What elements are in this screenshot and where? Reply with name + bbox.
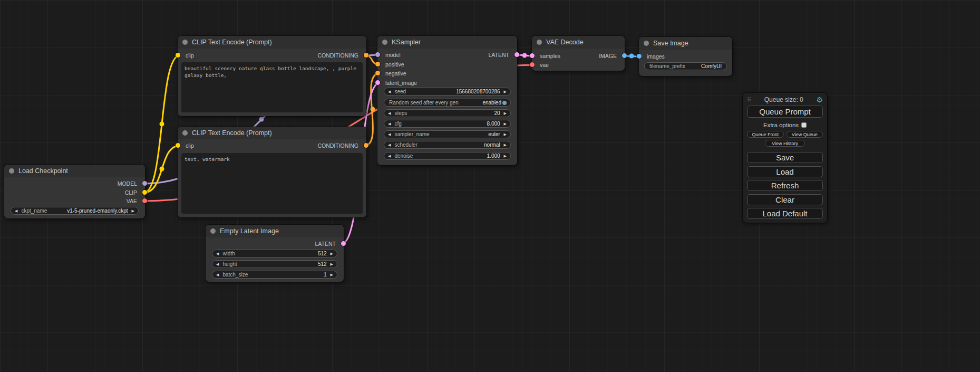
input-port-clip[interactable]: [176, 143, 180, 148]
arrow-left-icon[interactable]: ◀: [216, 250, 219, 257]
collapse-dot[interactable]: [537, 40, 542, 45]
queue-front-button[interactable]: Queue Front: [747, 131, 784, 138]
output-port-model[interactable]: [142, 181, 147, 186]
input-port-model[interactable]: [375, 52, 380, 57]
node-title: Load Checkpoint: [18, 165, 68, 177]
widget-scheduler[interactable]: ◀ scheduler normal ▶: [384, 141, 511, 149]
extra-options-checkbox[interactable]: [801, 122, 807, 128]
widget-value: 8.000: [487, 121, 500, 127]
widget-value: v1-5-pruned-emaonly.ckpt: [67, 208, 128, 214]
queue-prompt-button[interactable]: Queue Prompt: [747, 106, 823, 118]
arrow-right-icon[interactable]: ▶: [331, 250, 333, 257]
widget-cfg[interactable]: ◀ cfg 8.000 ▶: [384, 120, 511, 128]
arrow-left-icon[interactable]: ◀: [388, 109, 391, 117]
node-title-bar[interactable]: Empty Latent Image: [206, 225, 344, 237]
node-empty-latent-image: Empty Latent Image LATENT ◀ width 512 ▶ …: [206, 225, 344, 282]
arrow-left-icon[interactable]: ◀: [388, 130, 391, 138]
arrow-right-icon[interactable]: ▶: [132, 207, 134, 215]
widget-denoise[interactable]: ◀ denoise 1.000 ▶: [384, 152, 511, 160]
node-title-bar[interactable]: CLIP Text Encode (Prompt): [178, 127, 366, 139]
widget-ckpt-name[interactable]: ◀ ckpt_name v1-5-pruned-emaonly.ckpt ▶: [11, 207, 139, 215]
input-port-latent-image[interactable]: [375, 80, 380, 85]
widget-seed[interactable]: ◀ seed 156680208700286 ▶: [384, 88, 511, 96]
save-button[interactable]: Save: [747, 152, 823, 163]
widget-value: 20: [494, 110, 500, 116]
extra-options-label: Extra options: [763, 122, 799, 128]
drag-handle-icon[interactable]: ⠿: [747, 97, 751, 103]
load-button[interactable]: Load: [747, 166, 823, 177]
output-port-latent[interactable]: [515, 52, 519, 57]
input-port-positive[interactable]: [375, 62, 380, 66]
arrow-left-icon[interactable]: ◀: [388, 88, 391, 96]
collapse-dot[interactable]: [210, 228, 216, 234]
output-label-image: IMAGE: [599, 53, 617, 59]
widget-value: euler: [488, 131, 500, 137]
widget-value: enabled: [482, 100, 501, 106]
widget-value: 156680208700286: [456, 89, 500, 94]
widget-sampler-name[interactable]: ◀ sampler_name euler ▶: [384, 130, 511, 138]
arrow-left-icon[interactable]: ◀: [388, 141, 391, 149]
arrow-left-icon[interactable]: ◀: [216, 271, 219, 279]
arrow-right-icon[interactable]: ▶: [331, 271, 333, 279]
node-title-bar[interactable]: VAE Decode: [532, 36, 625, 49]
arrow-right-icon[interactable]: ▶: [331, 260, 333, 268]
collapse-dot[interactable]: [644, 41, 649, 46]
output-port-clip[interactable]: [142, 190, 147, 195]
arrow-right-icon[interactable]: ▶: [504, 130, 507, 138]
arrow-left-icon[interactable]: ◀: [15, 207, 17, 215]
action-buttons: Save Load Refresh Clear Load Default: [747, 152, 823, 219]
output-label-latent: LATENT: [315, 241, 336, 247]
node-title: Save Image: [653, 37, 688, 50]
view-history-button[interactable]: View History: [765, 140, 805, 147]
input-port-clip[interactable]: [176, 53, 180, 58]
arrow-left-icon[interactable]: ◀: [388, 120, 391, 128]
output-port-vae[interactable]: [142, 198, 147, 203]
node-title-bar[interactable]: Save Image: [639, 37, 732, 50]
prompt-textarea[interactable]: beautiful scenery nature glass bottle la…: [181, 62, 363, 112]
toggle-dot[interactable]: [502, 101, 507, 105]
input-port-samples[interactable]: [530, 53, 535, 58]
prompt-textarea[interactable]: text, watermark: [181, 153, 363, 214]
arrow-right-icon[interactable]: ▶: [504, 109, 507, 117]
widget-width[interactable]: ◀ width 512 ▶: [212, 250, 337, 257]
arrow-right-icon[interactable]: ▶: [504, 88, 507, 96]
output-port-latent[interactable]: [341, 241, 346, 246]
settings-gear-icon[interactable]: ⚙: [816, 96, 823, 103]
node-vae-decode: VAE Decode samples vae IMAGE: [532, 36, 625, 71]
output-label-vae: VAE: [127, 198, 137, 204]
load-default-button[interactable]: Load Default: [747, 208, 823, 219]
node-title-bar[interactable]: CLIP Text Encode (Prompt): [178, 36, 366, 49]
input-label-samples: samples: [540, 53, 560, 59]
output-port-conditioning[interactable]: [364, 53, 368, 58]
collapse-dot[interactable]: [382, 40, 387, 45]
clear-button[interactable]: Clear: [747, 194, 823, 205]
arrow-left-icon[interactable]: ◀: [216, 260, 219, 268]
widget-label: Random seed after every gen: [389, 100, 459, 106]
output-port-image[interactable]: [622, 53, 627, 58]
arrow-right-icon[interactable]: ▶: [504, 120, 507, 128]
input-port-images[interactable]: [637, 54, 642, 59]
widget-random-seed-toggle[interactable]: Random seed after every gen enabled: [384, 99, 511, 107]
widget-value: ComfyUI: [701, 63, 722, 69]
collapse-dot[interactable]: [182, 130, 188, 136]
input-port-negative[interactable]: [375, 71, 380, 75]
collapse-dot[interactable]: [182, 40, 188, 45]
extra-options-row: Extra options: [743, 122, 827, 128]
widget-height[interactable]: ◀ height 512 ▶: [212, 260, 337, 268]
output-label-clip: CLIP: [125, 189, 137, 196]
node-title-bar[interactable]: KSampler: [377, 36, 517, 49]
view-queue-button[interactable]: View Queue: [787, 131, 823, 138]
widget-label: denoise: [394, 153, 413, 159]
arrow-right-icon[interactable]: ▶: [504, 152, 507, 160]
widget-batch-size[interactable]: ◀ batch_size 1 ▶: [212, 271, 337, 279]
collapse-dot[interactable]: [9, 168, 14, 174]
widget-filename-prefix[interactable]: filename_prefix ComfyUI: [644, 62, 727, 70]
arrow-right-icon[interactable]: ▶: [504, 141, 507, 149]
arrow-left-icon[interactable]: ◀: [388, 152, 391, 160]
wire-conditioning-negative-midpoint-dot: [371, 107, 375, 112]
output-port-conditioning[interactable]: [364, 143, 368, 148]
input-port-vae[interactable]: [530, 62, 535, 67]
node-title-bar[interactable]: Load Checkpoint: [4, 165, 145, 177]
refresh-button[interactable]: Refresh: [747, 180, 823, 191]
widget-steps[interactable]: ◀ steps 20 ▶: [384, 109, 511, 117]
